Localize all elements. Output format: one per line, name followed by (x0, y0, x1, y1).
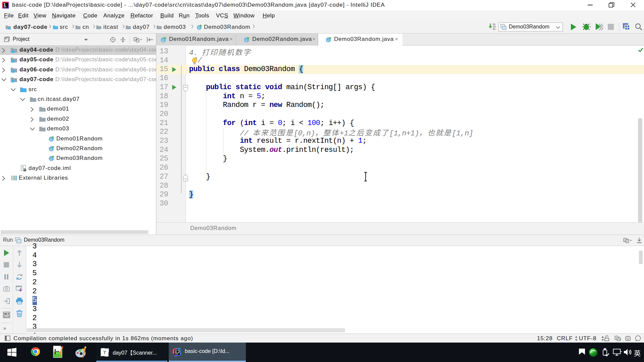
svg-text:T: T (103, 350, 106, 355)
svg-text:?: ? (620, 338, 621, 342)
svg-text:c: c (198, 26, 200, 29)
svg-text:01: 01 (493, 28, 495, 31)
